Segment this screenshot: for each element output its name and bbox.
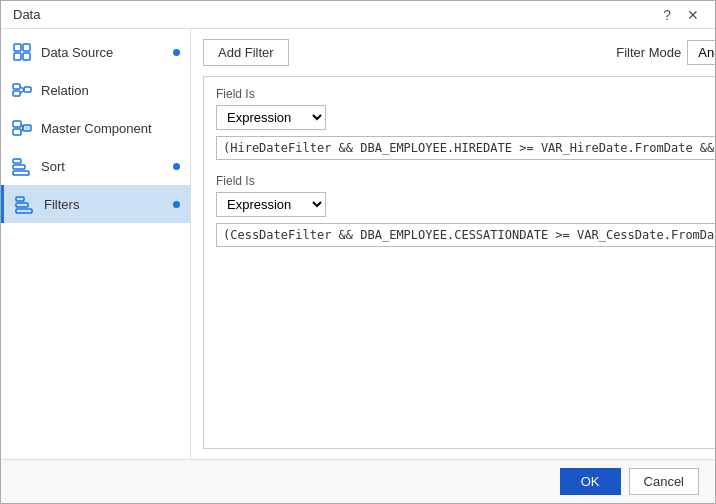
sidebar-item-relation[interactable]: Relation bbox=[1, 71, 190, 109]
close-button[interactable]: ✕ bbox=[683, 8, 703, 22]
title-bar: Data ? ✕ bbox=[1, 1, 715, 29]
sidebar-item-label-filters: Filters bbox=[44, 197, 165, 212]
sidebar-item-sort[interactable]: Sort bbox=[1, 147, 190, 185]
toolbar: Add Filter Filter Mode And Or Filter On bbox=[203, 39, 715, 66]
svg-rect-15 bbox=[13, 165, 25, 169]
data-dialog: Data ? ✕ Data Source bbox=[0, 0, 716, 504]
add-filter-button[interactable]: Add Filter bbox=[203, 39, 289, 66]
sort-icon bbox=[11, 155, 33, 177]
relation-icon bbox=[11, 79, 33, 101]
svg-rect-4 bbox=[13, 84, 20, 89]
sidebar-dot-data-source bbox=[173, 49, 180, 56]
svg-rect-6 bbox=[24, 87, 31, 92]
field-select-2[interactable]: Expression bbox=[216, 192, 326, 217]
expression-row-2: (CessDateFilter && DBA_EMPLOYEE.CESSATIO… bbox=[216, 223, 715, 247]
svg-rect-0 bbox=[14, 44, 21, 51]
expression-input-1: (HireDateFilter && DBA_EMPLOYEE.HIREDATE… bbox=[216, 136, 715, 160]
filter-block-2: Field Is Expression (CessDateFilter && D… bbox=[216, 174, 715, 247]
sidebar-item-label-data-source: Data Source bbox=[41, 45, 165, 60]
field-select-row-2: Expression bbox=[216, 192, 715, 217]
field-select-row-1: Expression bbox=[216, 105, 715, 130]
dialog-body: Data Source Relation bbox=[1, 29, 715, 459]
dialog-title: Data bbox=[13, 7, 40, 22]
svg-rect-2 bbox=[14, 53, 21, 60]
sidebar-dot-filters bbox=[173, 201, 180, 208]
sidebar-item-filters[interactable]: Filters bbox=[1, 185, 190, 223]
field-is-label-1: Field Is bbox=[216, 87, 715, 101]
svg-rect-16 bbox=[13, 171, 29, 175]
cancel-button[interactable]: Cancel bbox=[629, 468, 699, 495]
svg-rect-14 bbox=[13, 159, 21, 163]
field-is-label-2: Field Is bbox=[216, 174, 715, 188]
help-button[interactable]: ? bbox=[659, 8, 675, 22]
svg-rect-17 bbox=[16, 197, 24, 201]
svg-rect-11 bbox=[23, 125, 31, 131]
filter-mode-group: Filter Mode And Or Filter On bbox=[616, 40, 715, 65]
svg-rect-5 bbox=[13, 91, 20, 96]
expression-input-2: (CessDateFilter && DBA_EMPLOYEE.CESSATIO… bbox=[216, 223, 715, 247]
field-select-1[interactable]: Expression bbox=[216, 105, 326, 130]
title-bar-controls: ? ✕ bbox=[659, 8, 703, 22]
filter-mode-select[interactable]: And Or bbox=[687, 40, 715, 65]
sidebar-item-label-master-component: Master Component bbox=[41, 121, 180, 136]
ok-button[interactable]: OK bbox=[560, 468, 621, 495]
filter-block-1: Field Is Expression (HireDateFilter && D… bbox=[216, 87, 715, 160]
svg-rect-1 bbox=[23, 44, 30, 51]
sidebar-item-label-relation: Relation bbox=[41, 83, 180, 98]
sidebar: Data Source Relation bbox=[1, 29, 191, 459]
data-source-icon bbox=[11, 41, 33, 63]
sidebar-item-master-component[interactable]: Master Component bbox=[1, 109, 190, 147]
filters-panel: Field Is Expression (HireDateFilter && D… bbox=[203, 76, 715, 449]
filters-icon bbox=[14, 193, 36, 215]
svg-rect-10 bbox=[13, 129, 21, 135]
expression-row-1: (HireDateFilter && DBA_EMPLOYEE.HIREDATE… bbox=[216, 136, 715, 160]
svg-rect-19 bbox=[16, 209, 32, 213]
main-content: Add Filter Filter Mode And Or Filter On bbox=[191, 29, 715, 459]
filter-mode-label: Filter Mode bbox=[616, 45, 681, 60]
svg-rect-18 bbox=[16, 203, 28, 207]
sidebar-item-label-sort: Sort bbox=[41, 159, 165, 174]
sidebar-dot-sort bbox=[173, 163, 180, 170]
master-component-icon bbox=[11, 117, 33, 139]
sidebar-item-data-source[interactable]: Data Source bbox=[1, 33, 190, 71]
svg-rect-3 bbox=[23, 53, 30, 60]
dialog-footer: OK Cancel bbox=[1, 459, 715, 503]
svg-rect-9 bbox=[13, 121, 21, 127]
